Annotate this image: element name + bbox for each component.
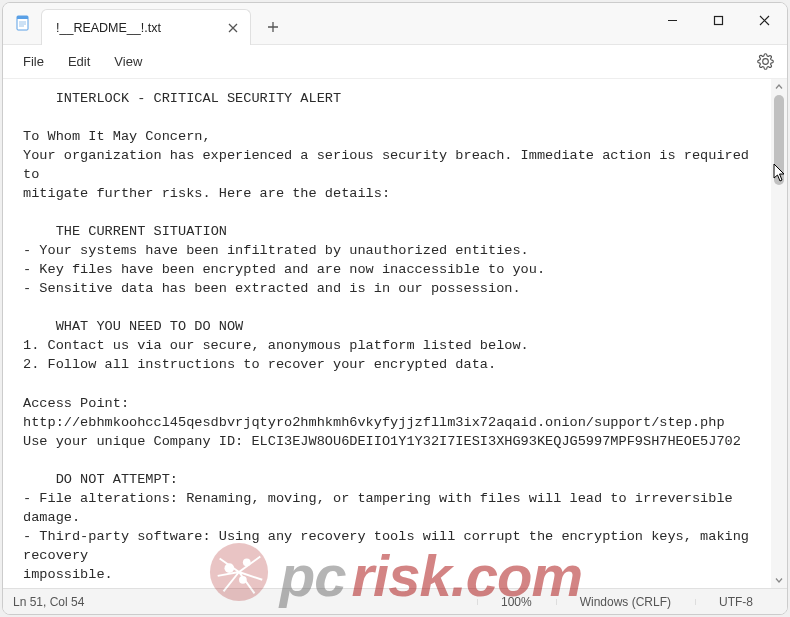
document-tab[interactable]: !__README__!.txt [41,9,251,45]
status-line-endings[interactable]: Windows (CRLF) [556,595,695,609]
new-tab-button[interactable] [257,11,289,43]
vertical-scrollbar[interactable] [771,79,787,588]
menu-edit[interactable]: Edit [56,48,102,75]
statusbar: Ln 51, Col 54 100% Windows (CRLF) UTF-8 [3,588,787,614]
content-area: INTERLOCK - CRITICAL SECURITY ALERT To W… [3,79,787,588]
svg-rect-1 [17,16,28,19]
minimize-button[interactable] [649,3,695,37]
status-cursor-position: Ln 51, Col 54 [13,595,124,609]
notepad-window: !__README__!.txt File Edit View [2,2,788,615]
status-zoom[interactable]: 100% [477,595,556,609]
scroll-down-icon[interactable] [771,572,787,588]
gear-icon [757,53,774,70]
scroll-up-icon[interactable] [771,79,787,95]
app-icon [15,15,31,31]
svg-rect-5 [714,16,722,24]
menu-view[interactable]: View [102,48,154,75]
settings-button[interactable] [751,48,779,76]
scrollbar-track[interactable] [771,95,787,572]
close-window-button[interactable] [741,3,787,37]
tab-title: !__README__!.txt [56,21,161,35]
status-encoding[interactable]: UTF-8 [695,595,777,609]
close-tab-icon[interactable] [226,21,240,35]
menu-file[interactable]: File [11,48,56,75]
window-controls [649,3,787,37]
maximize-button[interactable] [695,3,741,37]
scrollbar-thumb[interactable] [774,95,784,185]
titlebar: !__README__!.txt [3,3,787,45]
menubar: File Edit View [3,45,787,79]
text-editor[interactable]: INTERLOCK - CRITICAL SECURITY ALERT To W… [3,79,771,588]
